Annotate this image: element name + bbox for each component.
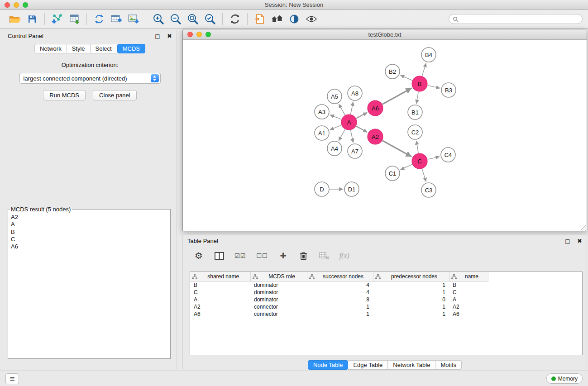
zoom-selected-icon[interactable] <box>201 12 219 26</box>
close-table-panel-icon[interactable]: ✖ <box>577 238 582 244</box>
maximize-window-button[interactable] <box>23 2 28 8</box>
column-type-icon <box>375 274 381 281</box>
graph-node-label: C3 <box>425 187 433 194</box>
result-item[interactable]: A <box>8 221 170 228</box>
graph-edge-B-B2[interactable] <box>400 75 412 81</box>
refresh-icon[interactable] <box>226 12 244 26</box>
result-item[interactable]: A2 <box>8 214 170 221</box>
criterion-dropdown[interactable]: largest connected component (directed) <box>19 73 161 84</box>
close-window-button[interactable] <box>5 2 10 8</box>
eye-icon[interactable] <box>303 12 320 26</box>
graph-edge-B-B1[interactable] <box>416 92 418 104</box>
resize-grip[interactable] <box>581 225 586 231</box>
close-panel-icon[interactable]: ✖ <box>167 33 172 39</box>
search-field[interactable] <box>449 14 583 24</box>
maximize-view-button[interactable] <box>206 32 211 37</box>
deselect-all-icon[interactable]: ☐☐ <box>256 253 268 259</box>
document-icon[interactable] <box>251 12 268 26</box>
graph-node-label: A4 <box>331 145 338 152</box>
graph-edge-A6-B[interactable] <box>382 88 412 105</box>
table-row[interactable]: A2connector11A2 <box>190 303 488 310</box>
menu-button[interactable]: ≡ <box>5 373 19 384</box>
graph-edge-A-A6[interactable] <box>356 112 367 118</box>
minimize-view-button[interactable] <box>196 32 202 37</box>
import-network-icon[interactable] <box>48 12 66 26</box>
mcds-buttons: Run MCDS Close panel <box>3 90 177 100</box>
mcds-result-box: MCDS result (5 nodes) A2 A B C A6 <box>8 206 171 359</box>
tab-style[interactable]: Style <box>67 44 91 53</box>
graph-edge-B-B3[interactable] <box>428 86 440 88</box>
memory-button[interactable]: Memory <box>546 373 583 384</box>
select-all-icon[interactable]: ☑☑ <box>234 253 246 259</box>
graph-edge-A-A7[interactable] <box>351 130 354 143</box>
export-table-icon[interactable] <box>108 12 125 26</box>
gear-icon[interactable]: ⚙ <box>194 251 204 260</box>
zoom-out-icon[interactable] <box>167 12 184 26</box>
tab-mcds[interactable]: MCDS <box>117 44 145 53</box>
delete-column-icon[interactable] <box>319 252 329 260</box>
tab-motifs[interactable]: Motifs <box>435 360 462 370</box>
zoom-fit-icon[interactable] <box>184 12 201 26</box>
graph-edge-C-C4[interactable] <box>428 157 440 159</box>
network-window-titlebar: testGlobe.txt <box>183 29 587 40</box>
search-input[interactable] <box>461 15 582 23</box>
graph-node-label: A3 <box>318 109 325 115</box>
control-panel: Control Panel □ ✖ Network Style Select M… <box>3 30 177 369</box>
contrast-icon[interactable] <box>286 12 303 26</box>
save-session-icon[interactable] <box>24 12 41 26</box>
graph-edge-A-A5[interactable] <box>339 104 345 115</box>
import-table-icon[interactable] <box>66 12 83 26</box>
graph-edge-A-A2[interactable] <box>356 126 368 133</box>
minimize-window-button[interactable] <box>14 2 19 8</box>
table-row[interactable]: A6connector11A6 <box>190 310 488 318</box>
table-row[interactable]: Adominator80A <box>190 296 488 303</box>
columns-icon[interactable] <box>214 252 224 260</box>
add-column-icon[interactable]: ✚ <box>278 251 288 260</box>
column-header-predecessor-nodes[interactable]: predecessor nodes <box>373 272 449 281</box>
node-table: shared name MCDS role successor nodes pr… <box>190 272 488 318</box>
tab-network[interactable]: Network <box>34 44 67 53</box>
control-panel-tabs: Network Style Select MCDS <box>3 44 177 53</box>
home-icon[interactable] <box>268 12 286 26</box>
graph-edge-C-C1[interactable] <box>400 164 412 170</box>
tab-edge-table[interactable]: Edge Table <box>348 360 388 370</box>
float-table-panel-icon[interactable]: □ <box>565 238 570 244</box>
run-mcds-button[interactable]: Run MCDS <box>43 90 86 100</box>
float-panel-icon[interactable]: □ <box>155 33 160 39</box>
result-item[interactable]: B <box>8 229 170 236</box>
close-view-button[interactable] <box>187 32 193 37</box>
network-canvas[interactable]: AA1A2A3A4A5A6A7A8BB1B2B3B4CC1C2C3C4DD1 <box>183 40 587 231</box>
graph-edge-A-A1[interactable] <box>330 125 342 130</box>
network-graph[interactable]: AA1A2A3A4A5A6A7A8BB1B2B3B4CC1C2C3C4DD1 <box>183 40 587 231</box>
column-header-mcds-role[interactable]: MCDS role <box>250 272 307 281</box>
table-tabs: Node Table Edge Table Network Table Moti… <box>183 360 587 370</box>
column-header-successor-nodes[interactable]: successor nodes <box>307 272 373 281</box>
graph-edge-A-A8[interactable] <box>351 102 354 114</box>
result-item[interactable]: C <box>8 236 170 243</box>
graph-edge-C-C2[interactable] <box>416 141 418 153</box>
export-image-icon[interactable] <box>125 12 142 26</box>
close-panel-button[interactable]: Close panel <box>93 90 137 100</box>
graph-edge-A-A3[interactable] <box>330 115 341 119</box>
toolbar-separator <box>247 13 248 25</box>
graph-edge-A2-C[interactable] <box>382 141 412 157</box>
table-row[interactable]: Bdominator41B <box>190 281 488 289</box>
table-row[interactable]: Cdominator41C <box>190 289 488 296</box>
tab-select[interactable]: Select <box>91 44 117 53</box>
graph-edge-B-B4[interactable] <box>422 63 426 76</box>
graph-node-label: C1 <box>389 170 397 177</box>
result-item[interactable]: A6 <box>8 243 170 250</box>
tab-node-table[interactable]: Node Table <box>308 360 349 370</box>
graph-node-label: B2 <box>389 68 396 75</box>
zoom-in-icon[interactable] <box>150 12 167 26</box>
tab-network-table[interactable]: Network Table <box>388 360 435 370</box>
graph-edge-C-C3[interactable] <box>422 169 426 182</box>
export-network-icon[interactable] <box>91 12 108 26</box>
graph-node-label: D1 <box>348 186 356 193</box>
column-header-shared-name[interactable]: shared name <box>190 272 250 281</box>
open-file-icon[interactable] <box>6 12 24 26</box>
function-builder-icon[interactable]: f(x) <box>339 252 349 260</box>
column-header-name[interactable]: name <box>449 272 488 281</box>
graph-edge-A-A4[interactable] <box>339 129 345 141</box>
trash-icon[interactable] <box>299 252 309 260</box>
